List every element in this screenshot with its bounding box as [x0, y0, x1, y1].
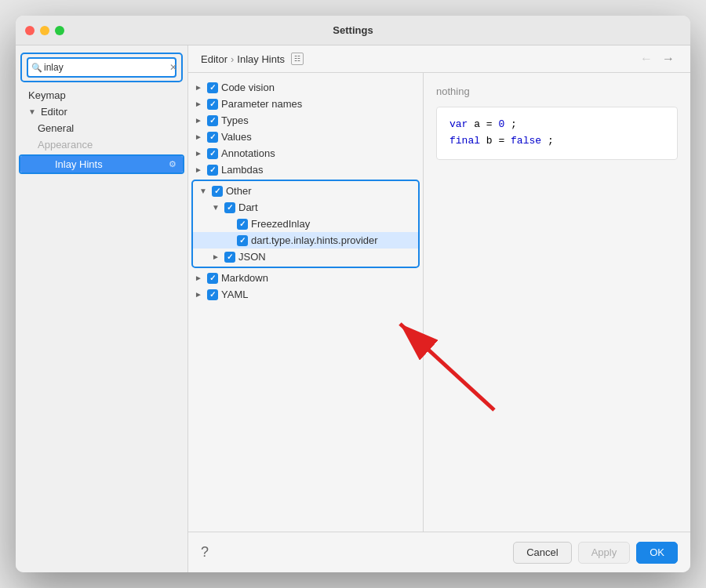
breadcrumb-bar: Editor › Inlay Hints ☷ ← → [188, 45, 690, 73]
other-group-outline: ▼ Other ▼ Dart ► Fre [191, 180, 420, 268]
chevron-icon: ► [195, 290, 204, 299]
footer-buttons: Cancel Apply OK [513, 542, 678, 564]
code-bool-false: false [511, 135, 541, 147]
tree-item-json[interactable]: ► JSON [193, 249, 418, 265]
tree-item-lambdas[interactable]: ► Lambdas [188, 162, 423, 178]
ok-button[interactable]: OK [636, 542, 678, 564]
maximize-button[interactable] [55, 26, 64, 35]
breadcrumb-parent: Editor [201, 53, 227, 65]
appearance-label: Appearance [38, 139, 93, 151]
tree-item-markdown[interactable]: ► Markdown [188, 270, 423, 286]
tree-label: Markdown [221, 272, 268, 284]
minimize-button[interactable] [40, 26, 49, 35]
search-icon: 🔍 [31, 63, 42, 73]
code-line-1: var a = 0 ; [449, 117, 664, 133]
chevron-icon: ► [195, 83, 204, 92]
tree-label: YAML [221, 289, 248, 300]
tree-item-yaml[interactable]: ► YAML [188, 286, 423, 303]
close-button[interactable] [25, 26, 35, 35]
chevron-icon: ► [195, 165, 204, 174]
inlay-hints-highlight-border: Inlay Hints ⚙ [19, 154, 184, 174]
checkbox-json[interactable] [224, 252, 235, 263]
preview-panel: nothing var a = 0 ; final b = false [424, 73, 690, 532]
apply-button[interactable]: Apply [578, 542, 631, 564]
tree-label: dart.type.inlay.hints.provider [251, 234, 378, 246]
chevron-icon: ► [195, 132, 204, 141]
tree-label: FreezedInlay [251, 218, 310, 230]
main-content: Editor › Inlay Hints ☷ ← → ► Code visio [188, 45, 690, 572]
settings-icon: ⚙ [169, 159, 176, 169]
checkbox-code-vision[interactable] [207, 82, 218, 93]
tree-label: Code vision [221, 82, 275, 93]
help-button[interactable]: ? [201, 544, 209, 561]
tree-item-annotations[interactable]: ► Annotations [188, 145, 423, 162]
chevron-icon: ► [195, 100, 204, 108]
editor-label: Editor [41, 106, 67, 118]
tree-item-dart-type-inlay[interactable]: ► dart.type.inlay.hints.provider [193, 232, 418, 249]
tree-item-freezed-inlay[interactable]: ► FreezedInlay [193, 216, 418, 232]
preview-label: nothing [436, 85, 678, 97]
checkbox-yaml[interactable] [207, 289, 218, 300]
code-preview: var a = 0 ; final b = false ; [436, 107, 678, 160]
code-text: a = [474, 118, 498, 130]
cancel-button[interactable]: Cancel [513, 542, 571, 564]
breadcrumb-separator: › [231, 53, 234, 65]
sidebar: 🔍 ✕ Keymap ▼ Editor General Appearance [16, 45, 188, 572]
checkbox-parameter-names[interactable] [207, 99, 218, 110]
footer: ? Cancel Apply OK [188, 532, 690, 572]
checkbox-dart[interactable] [224, 202, 235, 213]
sidebar-item-appearance[interactable]: Appearance [16, 136, 187, 153]
window-title: Settings [333, 24, 373, 36]
tree-item-code-vision[interactable]: ► Code vision [188, 79, 423, 96]
search-highlight-border: 🔍 ✕ [20, 53, 183, 82]
checkbox-annotations[interactable] [207, 148, 218, 159]
code-text: ; [548, 135, 554, 147]
split-view: ► Code vision ► Parameter names ► Types [188, 73, 690, 532]
tree-item-parameter-names[interactable]: ► Parameter names [188, 96, 423, 112]
checkbox-lambdas[interactable] [207, 165, 218, 176]
chevron-icon: ► [195, 116, 204, 125]
tree-label: Lambdas [221, 164, 263, 176]
tree-label: Values [221, 131, 252, 143]
code-keyword-var: var [449, 118, 468, 130]
inlay-hints-label: Inlay Hints [55, 158, 103, 170]
checkbox-freezed-inlay[interactable] [237, 219, 248, 230]
svg-line-1 [424, 324, 494, 410]
sidebar-item-general[interactable]: General [16, 120, 187, 136]
checkbox-types[interactable] [207, 115, 218, 126]
nav-buttons: ← → [637, 52, 678, 66]
settings-dialog: Settings 🔍 ✕ Keymap ▼ Editor Gener [16, 16, 690, 572]
sidebar-item-editor[interactable]: ▼ Editor [16, 103, 187, 120]
chevron-icon: ► [195, 274, 204, 282]
tree-item-values[interactable]: ► Values [188, 129, 423, 145]
tree-label: Parameter names [221, 98, 302, 110]
tree-label: Types [221, 114, 249, 126]
code-text: b = [486, 135, 511, 147]
search-clear-icon[interactable]: ✕ [169, 62, 177, 73]
checkbox-dart-type-inlay[interactable] [237, 235, 248, 246]
tree-label: Dart [238, 201, 258, 213]
back-button[interactable]: ← [637, 52, 656, 66]
code-text: ; [511, 118, 517, 130]
annotation-arrow [424, 285, 533, 426]
code-keyword-final: final [449, 135, 480, 147]
content-area: 🔍 ✕ Keymap ▼ Editor General Appearance [16, 45, 690, 572]
sidebar-item-inlay-hints[interactable]: Inlay Hints ⚙ [20, 156, 183, 172]
checkbox-other[interactable] [212, 186, 223, 197]
tree-panel: ► Code vision ► Parameter names ► Types [188, 73, 424, 532]
checkbox-values[interactable] [207, 132, 218, 143]
search-input[interactable] [27, 57, 176, 78]
title-bar: Settings [16, 16, 690, 45]
checkbox-markdown[interactable] [207, 273, 218, 284]
forward-button[interactable]: → [659, 52, 678, 66]
traffic-lights [25, 26, 64, 35]
tree-item-other[interactable]: ▼ Other [193, 183, 418, 199]
sidebar-item-keymap[interactable]: Keymap [16, 87, 187, 103]
tree-item-types[interactable]: ► Types [188, 112, 423, 129]
editor-chevron: ▼ [28, 107, 36, 116]
breadcrumb-layout-icon[interactable]: ☷ [291, 53, 304, 65]
code-line-2: final b = false ; [449, 133, 664, 150]
tree-item-dart[interactable]: ▼ Dart [193, 199, 418, 216]
keymap-label: Keymap [28, 89, 66, 101]
general-label: General [38, 122, 74, 134]
